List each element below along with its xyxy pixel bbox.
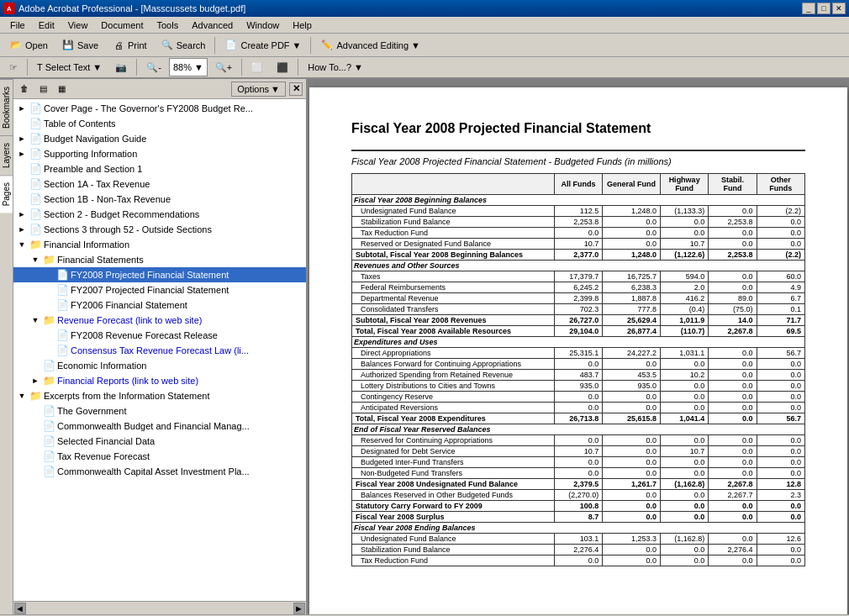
- tree-item-financial-reports[interactable]: ► 📁 Financial Reports (link to web site): [13, 373, 306, 388]
- tree-item-revenue-forecast[interactable]: ▼ 📁 Revenue Forecast (link to web site): [13, 313, 306, 328]
- subtotal-value: 0.0: [709, 501, 757, 512]
- pages-tab[interactable]: Pages: [0, 175, 13, 213]
- row-value: (75.0): [709, 304, 757, 315]
- scroll-right-button[interactable]: ►: [293, 603, 305, 614]
- row-value: 0.0: [660, 381, 708, 392]
- tree-item-financial-statements[interactable]: ▼ 📁 Financial Statements: [13, 252, 306, 267]
- tree-item-selected-financial[interactable]: 📄 Selected Financial Data: [13, 434, 306, 449]
- create-pdf-button[interactable]: 📄 Create PDF ▼: [219, 36, 307, 55]
- row-value: 0.0: [757, 468, 804, 479]
- subtotal-value: 0.0: [603, 501, 661, 512]
- menu-file[interactable]: File: [3, 18, 32, 32]
- doc-icon: 📄: [29, 133, 41, 145]
- tree-item-preamble[interactable]: 📄 Preamble and Section 1: [13, 161, 306, 176]
- menu-document[interactable]: Document: [94, 18, 150, 32]
- maximize-button[interactable]: □: [817, 3, 831, 14]
- zoom-out-button[interactable]: 🔍-: [140, 58, 167, 76]
- tree-item-economic[interactable]: 📄 Economic Information: [13, 358, 306, 373]
- row-value: 0.0: [603, 239, 661, 250]
- close-window-button[interactable]: ✕: [832, 3, 846, 14]
- save-button[interactable]: 💾 Save: [55, 36, 104, 55]
- row-value: 0.0: [554, 457, 602, 468]
- tree-label: Revenue Forecast (link to web site): [57, 315, 202, 325]
- pdf-subtitle: Fiscal Year 2008 Projected Financial Sta…: [351, 156, 805, 166]
- zoom-dropdown[interactable]: 88% ▼: [169, 58, 208, 76]
- minimize-button[interactable]: _: [802, 3, 815, 14]
- row-value: 0.0: [757, 446, 804, 457]
- subtotal-value: 0.0: [603, 512, 661, 523]
- nav-trash-button[interactable]: 🗑: [17, 82, 32, 97]
- row-value: 0.0: [757, 228, 804, 239]
- layers-tab[interactable]: Layers: [0, 135, 13, 175]
- row-value: 0.0: [603, 392, 661, 403]
- row-value: 24,227.2: [603, 348, 661, 359]
- menu-window[interactable]: Window: [240, 18, 286, 32]
- scroll-left-button[interactable]: ◄: [14, 603, 26, 614]
- tree-item-fy2008-proj[interactable]: 📄 FY2008 Projected Financial Statement: [13, 267, 306, 282]
- tree-label: Table of Contents: [44, 118, 116, 129]
- bookmarks-tab[interactable]: Bookmarks: [0, 79, 13, 135]
- tree-item-secs3-52[interactable]: ► 📄 Sections 3 through 52 - Outside Sect…: [13, 222, 306, 237]
- tree-item-financial-info[interactable]: ▼ 📁 Financial Information: [13, 237, 306, 252]
- fit-page-button[interactable]: ⬜: [245, 58, 269, 76]
- fit-width-button[interactable]: ⬛: [271, 58, 294, 76]
- row-label: Undesignated Fund Balance: [352, 206, 555, 217]
- tree-item-supporting[interactable]: ► 📄 Supporting Information: [13, 146, 306, 161]
- row-value: 60.0: [757, 271, 804, 282]
- row-value: 0.0: [603, 490, 661, 501]
- doc-icon: 📄: [43, 420, 55, 432]
- doc-icon: 📄: [56, 299, 68, 311]
- nav-options-button[interactable]: Options ▼: [231, 82, 286, 97]
- snapshot-button[interactable]: 📷: [109, 58, 133, 76]
- folder-icon: 📁: [29, 239, 41, 250]
- advanced-editing-button[interactable]: ✏️ Advanced Editing ▼: [314, 36, 426, 55]
- tree-item-the-government[interactable]: 📄 The Government: [13, 403, 306, 419]
- open-button[interactable]: 📂 Open: [3, 36, 54, 55]
- tree-item-toc[interactable]: 📄 Table of Contents: [13, 116, 306, 131]
- row-value: 0.0: [603, 545, 661, 555]
- tree-item-fy2007-proj[interactable]: 📄 FY2007 Projected Financial Statement: [13, 282, 306, 297]
- subtotal-value: 0.0: [660, 501, 708, 512]
- tree-item-sec2[interactable]: ► 📄 Section 2 - Budget Recommendations: [13, 207, 306, 222]
- select-text-button[interactable]: T Select Text ▼: [31, 58, 108, 76]
- tree-item-consensus-tax[interactable]: 📄 Consensus Tax Revenue Forecast Law (li…: [13, 343, 306, 358]
- zoom-in-button[interactable]: 🔍+: [209, 58, 238, 76]
- tree-item-commonwealth-budget[interactable]: 📄 Commonwealth Budget and Financial Mana…: [13, 419, 306, 434]
- expand-icon: ►: [30, 376, 40, 386]
- tree-item-sec1b[interactable]: 📄 Section 1B - Non-Tax Revenue: [13, 192, 306, 207]
- tree-label: Financial Information: [44, 240, 129, 250]
- tree-item-cover[interactable]: ► 📄 Cover Page - The Governor's FY2008 B…: [13, 101, 306, 116]
- expand-icon: [30, 421, 40, 431]
- search-button[interactable]: 🔍 Search: [155, 36, 212, 55]
- row-value: 0.0: [709, 392, 757, 403]
- hand-tool-button[interactable]: ☞: [3, 58, 24, 76]
- tree-item-excerpts[interactable]: ▼ 📁 Excerpts from the Information Statem…: [13, 388, 306, 403]
- tree-label: Budget Navigation Guide: [44, 134, 146, 144]
- menu-tools[interactable]: Tools: [150, 18, 186, 32]
- row-value: 4.9: [757, 282, 804, 293]
- menu-view[interactable]: View: [61, 18, 95, 32]
- expand-icon: ▼: [17, 240, 27, 250]
- subtotal-value: 29,104.0: [554, 326, 602, 337]
- row-label: Contingency Reserve: [352, 392, 555, 403]
- nav-close-button[interactable]: ✕: [289, 82, 303, 96]
- nav-grid-button[interactable]: ▤: [35, 82, 50, 97]
- row-value: 483.7: [554, 370, 602, 381]
- tree-item-fy2008-release[interactable]: 📄 FY2008 Revenue Forecast Release: [13, 328, 306, 343]
- nav-list-button[interactable]: ▦: [54, 82, 69, 97]
- tree-item-budget-nav[interactable]: ► 📄 Budget Navigation Guide: [13, 131, 306, 146]
- menu-advanced[interactable]: Advanced: [185, 18, 240, 32]
- tree-item-capital-asset[interactable]: 📄 Commonwealth Capital Asset Investment …: [13, 464, 306, 479]
- subtotal-value: 26,727.0: [554, 315, 602, 326]
- tree-item-sec1a[interactable]: 📄 Section 1A - Tax Revenue: [13, 176, 306, 192]
- tree-item-tax-revenue-forecast[interactable]: 📄 Tax Revenue Forecast: [13, 449, 306, 464]
- menu-edit[interactable]: Edit: [32, 18, 61, 32]
- nav-scrollbar[interactable]: ◄ ►: [13, 601, 306, 614]
- financial-table: All Funds General Fund Highway Fund Stab…: [351, 173, 805, 566]
- dropdown-arrow-2: ▼: [411, 40, 420, 50]
- print-button[interactable]: 🖨 Print: [106, 36, 153, 55]
- tree-item-fy2006[interactable]: 📄 FY2006 Financial Statement: [13, 297, 306, 313]
- how-to-button[interactable]: How To...? ▼: [302, 58, 369, 76]
- menu-help[interactable]: Help: [286, 18, 319, 32]
- section-header: Revenues and Other Sources: [352, 261, 805, 271]
